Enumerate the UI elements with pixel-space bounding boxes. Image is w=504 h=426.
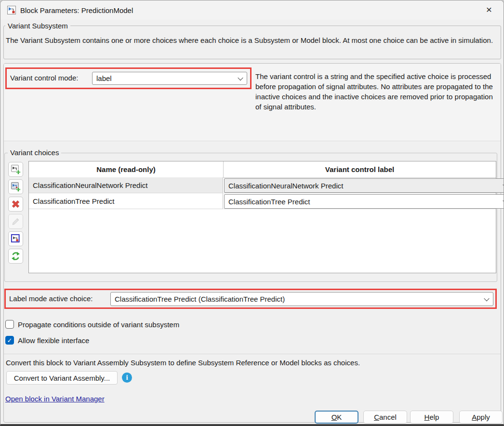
control-label-select[interactable]: ClassificationNeuralNetwork Predict <box>224 178 504 193</box>
variant-choices-group-title: Variant choices <box>8 148 61 157</box>
chevron-down-icon <box>484 295 489 301</box>
add-subsystem-choice-button[interactable] <box>8 162 23 177</box>
footer-button-help[interactable]: Help <box>410 411 453 424</box>
add-model-choice-button[interactable] <box>8 179 23 194</box>
choice-label-cell: ClassificationTree Predict <box>224 193 496 209</box>
table-row[interactable]: ClassificationTree Predict Classificatio… <box>29 193 496 209</box>
link-row: Open block in Variant Manager <box>5 395 105 403</box>
label-mode-select[interactable]: ClassificationTree Predict (Classificati… <box>110 292 493 306</box>
control-label-select[interactable]: ClassificationTree Predict <box>224 194 504 209</box>
choice-name-cell: ClassificationNeuralNetwork Predict <box>29 177 223 193</box>
column-header-name: Name (read-only) <box>29 161 224 178</box>
convert-to-variant-assembly-button[interactable]: Convert to Variant Assembly... <box>6 371 118 385</box>
choice-name-cell: ClassificationTree Predict <box>29 193 223 209</box>
delete-choice-button[interactable] <box>8 197 23 212</box>
variant-choices-table: Name (read-only) Variant control label C… <box>28 161 496 273</box>
variant-control-mode-select[interactable]: label <box>92 72 247 85</box>
info-icon-wrap: i <box>122 373 132 383</box>
column-header-variant-control-label: Variant control label <box>224 161 496 178</box>
subsystem-block-icon <box>7 6 16 14</box>
pencil-icon <box>11 216 21 226</box>
refresh-choices-button[interactable] <box>8 249 23 264</box>
block-parameters-dialog: Block Parameters: PredictionModel × Vari… <box>0 0 504 426</box>
red-cross-icon <box>11 199 21 209</box>
allow-flexible-interface-checkbox[interactable]: ✓ <box>5 336 14 345</box>
open-variant-manager-link[interactable]: Open block in Variant Manager <box>5 395 105 403</box>
control-label-value: ClassificationTree Predict <box>228 198 310 206</box>
title-bar: Block Parameters: PredictionModel × <box>0 0 504 20</box>
footer-button-ok[interactable]: OK <box>315 411 358 424</box>
footer-button-apply[interactable]: Apply <box>459 411 503 424</box>
allow-flexible-interface-label: Allow flexible interface <box>18 336 89 345</box>
variant-control-mode-value: label <box>96 74 112 82</box>
label-mode-value: ClassificationTree Predict (Classificati… <box>115 295 285 303</box>
convert-description: Convert this block to Variant Assembly S… <box>6 359 497 367</box>
separator <box>4 354 501 354</box>
choice-label-cell: ClassificationNeuralNetwork Predict <box>224 177 496 193</box>
propagate-conditions-checkbox[interactable] <box>5 320 14 329</box>
variant-control-mode-label: Variant control mode: <box>10 74 78 82</box>
variant-control-mode-description: The variant control is a string and the … <box>255 71 500 112</box>
propagate-conditions-label: Propagate conditions outside of variant … <box>18 320 179 329</box>
edit-choice-button[interactable] <box>8 214 23 229</box>
open-block-icon <box>11 234 21 244</box>
window-title: Block Parameters: PredictionModel <box>20 6 133 14</box>
open-selected-block-button[interactable] <box>8 231 23 246</box>
chevron-down-icon <box>238 75 243 80</box>
control-label-value: ClassificationNeuralNetwork Predict <box>228 182 343 190</box>
model-block-plus-icon <box>11 182 21 192</box>
info-icon[interactable]: i <box>122 373 132 383</box>
label-mode-label: Label mode active choice: <box>9 294 93 303</box>
variant-subsystem-group-title: Variant Subsystem <box>5 22 70 30</box>
close-icon[interactable]: × <box>478 0 500 19</box>
refresh-icon <box>11 251 21 261</box>
block-plus-icon <box>11 164 21 174</box>
variant-subsystem-description: The Variant Subsystem contains one or mo… <box>6 35 497 45</box>
table-row[interactable]: ClassificationNeuralNetwork Predict Clas… <box>29 177 496 193</box>
footer-button-cancel[interactable]: Cancel <box>363 411 407 424</box>
